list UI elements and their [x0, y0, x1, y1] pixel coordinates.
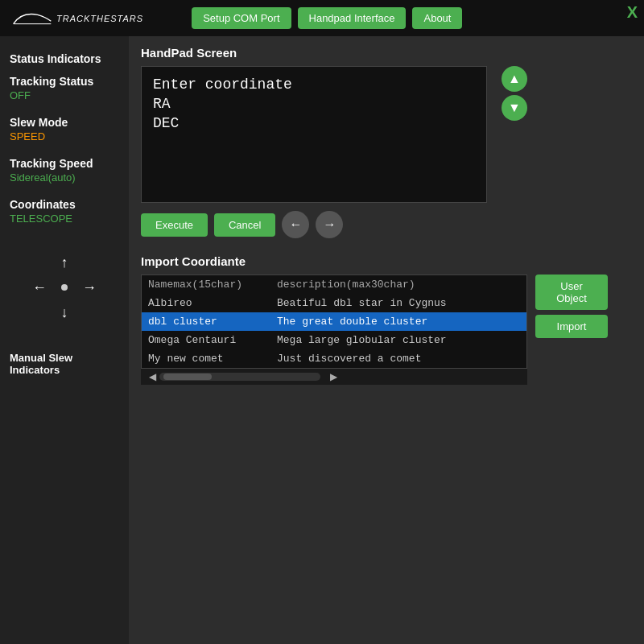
coord-table-container: Namemax(15char) description(max30char) A…	[141, 275, 527, 385]
status-indicators-title: Status Indicators	[10, 52, 119, 65]
handpad-wrapper: Enter coordinate RA DEC ▲ ▼	[141, 66, 632, 203]
table-row[interactable]: Omega Centauri Mega large globular clust…	[142, 331, 526, 349]
tracking-status-title: Tracking Status	[10, 75, 119, 88]
main-layout: Status Indicators Tracking Status OFF Sl…	[0, 36, 644, 644]
coord-header: Namemax(15char) description(max30char)	[142, 275, 526, 294]
slew-up-arrow: ↑	[61, 255, 68, 270]
import-row-wrapper: Namemax(15char) description(max30char) A…	[141, 275, 632, 385]
tracking-speed-title: Tracking Speed	[10, 157, 119, 170]
setup-com-port-button[interactable]: Setup COM Port	[192, 7, 291, 29]
slew-left-arrow: ←	[32, 280, 47, 295]
scroll-buttons: ▲ ▼	[502, 66, 527, 121]
content-area: HandPad Screen Enter coordinate RA DEC ▲…	[129, 36, 644, 644]
left-arrow-button[interactable]: ←	[282, 211, 309, 238]
scroll-up-button[interactable]: ▲	[502, 66, 527, 92]
table-row[interactable]: Albireo Beatiful dbl star in Cygnus	[142, 294, 526, 312]
slew-mode-value: SPEED	[10, 130, 119, 142]
scroll-right-arrow[interactable]: ▶	[327, 371, 341, 382]
slew-cross: ↑ ↓ ← →	[32, 255, 97, 320]
scrollbar-row: ◀ ▶	[141, 369, 527, 385]
execute-cancel-row: Execute Cancel ← →	[141, 211, 632, 238]
execute-button[interactable]: Execute	[141, 213, 208, 237]
logo-text: TRACKTHESTARS	[56, 14, 143, 23]
row-3-desc: Mega large globular cluster	[277, 334, 520, 346]
tracking-speed-value: Sidereal(auto)	[10, 171, 119, 184]
about-button[interactable]: About	[412, 7, 462, 29]
col-desc-header: description(max30char)	[277, 279, 520, 291]
slew-indicator: ↑ ↓ ← →	[10, 255, 119, 336]
table-row[interactable]: dbl cluster The great double cluster	[142, 312, 526, 331]
import-section: Import Coordiante Namemax(15char) descri…	[141, 254, 632, 385]
coord-table: Namemax(15char) description(max30char) A…	[141, 275, 527, 369]
slew-down-arrow: ↓	[61, 305, 68, 320]
import-button[interactable]: Import	[535, 315, 608, 338]
import-buttons: User Object Import	[535, 275, 608, 338]
cancel-button[interactable]: Cancel	[214, 213, 275, 237]
scroll-left-arrow[interactable]: ◀	[146, 371, 159, 382]
row-4-name: My new comet	[148, 353, 277, 365]
scroll-down-button[interactable]: ▼	[502, 95, 527, 121]
scrollbar-thumb	[163, 374, 212, 380]
slew-right-arrow: →	[82, 280, 97, 295]
manual-slew-label: Manual Slew Indicators	[10, 352, 119, 376]
row-4-desc: Just discovered a comet	[277, 353, 520, 365]
slew-center-dot	[61, 284, 68, 291]
handpad-title: HandPad Screen	[141, 46, 632, 60]
logo-icon	[8, 10, 56, 27]
close-icon[interactable]: X	[621, 0, 644, 25]
user-object-button[interactable]: User Object	[535, 275, 608, 310]
table-row[interactable]: My new comet Just discovered a comet	[142, 349, 526, 368]
coordinates-value: TELESCOPE	[10, 213, 119, 225]
import-title: Import Coordiante	[141, 254, 632, 268]
right-arrow-button[interactable]: →	[316, 211, 343, 238]
row-1-desc: Beatiful dbl star in Cygnus	[277, 297, 520, 309]
row-2-name: dbl cluster	[148, 316, 277, 328]
handpad-line-1: Enter coordinate	[153, 76, 475, 93]
tracking-status-value: OFF	[10, 89, 119, 101]
row-1-name: Albireo	[148, 297, 277, 309]
handpad-line-2: RA	[153, 96, 475, 112]
handpad-line-3: DEC	[153, 115, 475, 131]
col-name-header: Namemax(15char)	[148, 279, 277, 291]
sidebar: Status Indicators Tracking Status OFF Sl…	[0, 36, 129, 644]
coordinates-title: Coordinates	[10, 198, 119, 211]
slew-mode-title: Slew Mode	[10, 116, 119, 129]
top-bar: TRACKTHESTARS Setup COM Port Handpad Int…	[0, 0, 644, 36]
scrollbar-track[interactable]	[159, 373, 320, 381]
nav-buttons: Setup COM Port Handpad Interface About	[192, 7, 462, 29]
row-3-name: Omega Centauri	[148, 334, 277, 346]
logo-area: TRACKTHESTARS	[8, 10, 143, 27]
handpad-screen: Enter coordinate RA DEC	[141, 66, 487, 203]
row-2-desc: The great double cluster	[277, 316, 520, 328]
handpad-interface-button[interactable]: Handpad Interface	[298, 7, 407, 29]
